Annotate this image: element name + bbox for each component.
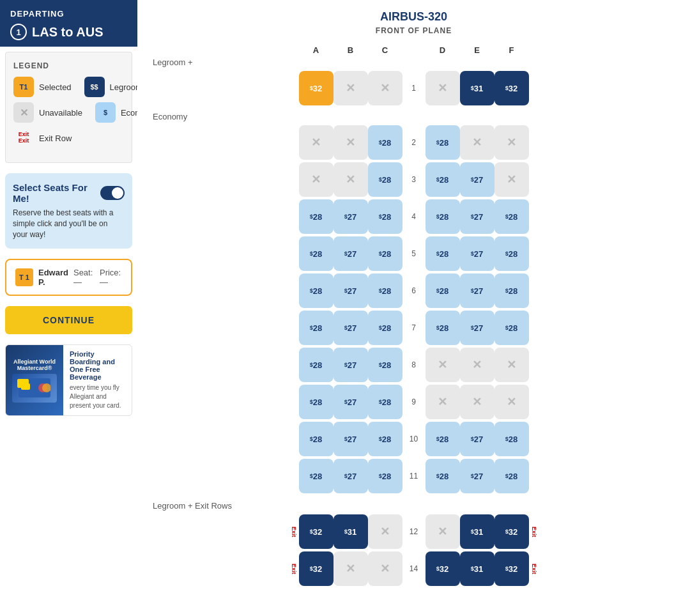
seat-6b[interactable]: $27 xyxy=(334,273,368,308)
unavail-label: Unavailable xyxy=(39,108,82,118)
seat-6f[interactable]: $28 xyxy=(494,273,529,308)
exitrow-badge: ExitExit xyxy=(13,128,34,148)
route-text: LAS to AUS xyxy=(32,25,103,40)
seat-12a[interactable]: $32 xyxy=(299,514,334,549)
seat-9c[interactable]: $28 xyxy=(368,385,402,419)
credit-card-image: Allegiant World Mastercard® xyxy=(6,345,63,415)
seat-7c[interactable]: $28 xyxy=(368,311,402,345)
unavail-badge: ✕ xyxy=(13,102,34,123)
row-num-9: 9 xyxy=(402,397,425,406)
row-num-7: 7 xyxy=(402,323,425,332)
cc-promo-text: Priority Boarding and One Free Beverage … xyxy=(63,345,132,415)
seat-2c[interactable]: $28 xyxy=(368,125,402,160)
row-num-4: 4 xyxy=(402,212,425,221)
seat-5d[interactable]: $28 xyxy=(425,236,460,271)
table-row: $28 $27 $28 6 $28 $27 $28 xyxy=(299,273,529,308)
plane-title: AIRBUS-320 xyxy=(150,10,677,24)
seat-7b[interactable]: $27 xyxy=(334,311,368,345)
seat-7f[interactable]: $28 xyxy=(494,311,529,345)
seat-9b[interactable]: $27 xyxy=(334,385,368,419)
seat-11a[interactable]: $28 xyxy=(299,459,334,493)
seat-5a[interactable]: $28 xyxy=(299,236,334,271)
seat-12f[interactable]: $32 xyxy=(494,514,529,549)
seat-6c[interactable]: $28 xyxy=(368,273,402,308)
row-num-5: 5 xyxy=(402,249,425,258)
seat-5e[interactable]: $27 xyxy=(460,236,494,271)
seat-5f[interactable]: $28 xyxy=(494,236,529,271)
passenger-price: Price: — xyxy=(100,268,122,287)
row-num-1: 1 xyxy=(402,84,425,93)
seat-10c[interactable]: $28 xyxy=(368,422,402,456)
seat-2a: ✕ xyxy=(299,125,334,160)
seat-11f[interactable]: $28 xyxy=(494,459,529,493)
table-row: ✕ ✕ $28 2 $28 ✕ ✕ xyxy=(299,125,529,160)
seat-8a[interactable]: $28 xyxy=(299,348,334,382)
seat-1e[interactable]: $31 xyxy=(460,71,494,105)
seat-6e[interactable]: $27 xyxy=(460,273,494,308)
seat-9a[interactable]: $28 xyxy=(299,385,334,419)
seat-3d[interactable]: $28 xyxy=(425,162,460,197)
seat-1f[interactable]: $32 xyxy=(494,71,529,105)
seat-14f[interactable]: $32 xyxy=(494,551,529,586)
seat-map: A B C D E F Legroom + $32 ✕ ✕ 1 ✕ $31 $3… xyxy=(150,45,677,589)
select-seats-toggle[interactable] xyxy=(100,186,125,200)
seat-3c[interactable]: $28 xyxy=(368,162,402,197)
exit-label-12-right: Exit xyxy=(531,527,537,537)
table-row: $28 $27 $28 10 $28 $27 $28 xyxy=(299,422,529,456)
legroom-badge: $$ xyxy=(84,77,105,97)
seat-5b[interactable]: $27 xyxy=(334,236,368,271)
seat-8e: ✕ xyxy=(460,348,494,382)
card-svg xyxy=(19,378,50,397)
seat-6d[interactable]: $28 xyxy=(425,273,460,308)
seat-4d[interactable]: $28 xyxy=(425,199,460,234)
row-num-6: 6 xyxy=(402,286,425,295)
seat-2f: ✕ xyxy=(494,125,529,160)
seat-3e[interactable]: $27 xyxy=(460,162,494,197)
seat-7e[interactable]: $27 xyxy=(460,311,494,345)
seat-10f[interactable]: $28 xyxy=(494,422,529,456)
seat-1a[interactable]: $32 xyxy=(299,71,334,105)
exit-label-14-left: Exit xyxy=(291,564,297,574)
seat-14a[interactable]: $32 xyxy=(299,551,334,586)
seat-11e[interactable]: $27 xyxy=(460,459,494,493)
col-a: A xyxy=(299,45,334,55)
seat-2b: ✕ xyxy=(334,125,368,160)
seat-12b[interactable]: $31 xyxy=(334,514,368,549)
seat-7d[interactable]: $28 xyxy=(425,311,460,345)
seat-12d: ✕ xyxy=(425,514,460,549)
seat-11c[interactable]: $28 xyxy=(368,459,402,493)
seat-4c[interactable]: $28 xyxy=(368,199,402,234)
seat-9f: ✕ xyxy=(494,385,529,419)
seat-6a[interactable]: $28 xyxy=(299,273,334,308)
seat-7a[interactable]: $28 xyxy=(299,311,334,345)
seat-14e[interactable]: $31 xyxy=(460,551,494,586)
seat-11d[interactable]: $28 xyxy=(425,459,460,493)
seat-4a[interactable]: $28 xyxy=(299,199,334,234)
legend-exitrow: ExitExit Exit Row xyxy=(13,128,124,148)
economy-badge: $ xyxy=(95,102,116,123)
seat-4b[interactable]: $27 xyxy=(334,199,368,234)
seat-10a[interactable]: $28 xyxy=(299,422,334,456)
seat-10d[interactable]: $28 xyxy=(425,422,460,456)
row-num-12: 12 xyxy=(402,527,425,536)
seat-5c[interactable]: $28 xyxy=(368,236,402,271)
seat-12e[interactable]: $31 xyxy=(460,514,494,549)
seat-8d: ✕ xyxy=(425,348,460,382)
select-seats-desc: Reserve the best seats with a simple cli… xyxy=(13,208,125,240)
seat-2d[interactable]: $28 xyxy=(425,125,460,160)
passenger-name: Edward P. xyxy=(38,268,68,287)
table-row: $32 ✕ ✕ 1 ✕ $31 $32 xyxy=(299,71,529,105)
seat-14d[interactable]: $32 xyxy=(425,551,460,586)
seat-8b[interactable]: $27 xyxy=(334,348,368,382)
legroom-exit-section-label: Legroom + Exit Rows xyxy=(151,501,232,511)
seat-1b: ✕ xyxy=(334,71,368,105)
seat-11b[interactable]: $27 xyxy=(334,459,368,493)
seat-4f[interactable]: $28 xyxy=(494,199,529,234)
seat-3f: ✕ xyxy=(494,162,529,197)
seat-8c[interactable]: $28 xyxy=(368,348,402,382)
seat-10e[interactable]: $27 xyxy=(460,422,494,456)
seat-4e[interactable]: $27 xyxy=(460,199,494,234)
flight-number: 1 xyxy=(10,24,27,40)
continue-button[interactable]: CONTINUE xyxy=(5,306,132,334)
seat-10b[interactable]: $27 xyxy=(334,422,368,456)
